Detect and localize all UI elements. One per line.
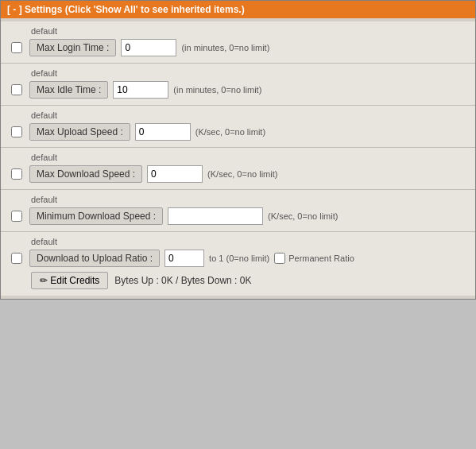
ratio-label: Download to Upload Ratio :	[29, 250, 160, 267]
credits-row: default Download to Upload Ratio : to 1 …	[1, 232, 475, 296]
min-download-speed-note: (K/sec, 0=no limit)	[268, 211, 338, 221]
edit-credits-button[interactable]: ✏ Edit Credits	[31, 272, 108, 289]
max-download-speed-note: (K/sec, 0=no limit)	[207, 169, 277, 179]
max-upload-speed-checkbox[interactable]	[11, 126, 22, 137]
max-idle-time-label: Max Idle Time :	[29, 81, 108, 99]
permanent-ratio-label: Permanent Ratio	[288, 254, 354, 263]
max-upload-speed-note: (K/sec, 0=no limit)	[195, 127, 265, 137]
min-download-speed-input[interactable]	[168, 207, 263, 225]
max-upload-speed-input[interactable]	[135, 123, 191, 141]
settings-container: [ - ] Settings (Click 'Show All' to see …	[0, 0, 476, 300]
max-upload-speed-row: default Max Upload Speed : (K/sec, 0=no …	[1, 106, 475, 148]
default-label-1: default	[31, 26, 467, 36]
max-download-speed-label: Max Download Speed :	[29, 165, 142, 183]
max-download-speed-input[interactable]	[147, 165, 203, 183]
ratio-checkbox[interactable]	[11, 253, 22, 264]
ratio-note: to 1 (0=no limit)	[209, 254, 269, 263]
max-download-speed-row: default Max Download Speed : (K/sec, 0=n…	[1, 148, 475, 190]
max-login-time-checkbox[interactable]	[11, 42, 22, 53]
max-download-speed-checkbox[interactable]	[11, 168, 22, 180]
bytes-info: Bytes Up : 0K / Bytes Down : 0K	[114, 275, 251, 286]
default-label-6: default	[31, 237, 467, 246]
max-upload-speed-label: Max Upload Speed :	[29, 123, 130, 141]
max-idle-time-checkbox[interactable]	[11, 84, 22, 95]
header-label: [ - ] Settings (Click 'Show All' to see …	[7, 4, 245, 15]
edit-credits-label: ✏ Edit Credits	[40, 275, 99, 286]
default-label-2: default	[31, 68, 467, 78]
min-download-speed-checkbox[interactable]	[11, 211, 22, 222]
default-label-5: default	[31, 195, 467, 204]
min-download-speed-label: Minimum Download Speed :	[29, 207, 163, 225]
max-idle-time-note: (in minutes, 0=no limit)	[173, 85, 261, 95]
max-login-time-input[interactable]	[121, 39, 176, 56]
permanent-ratio-checkbox[interactable]	[274, 253, 285, 264]
settings-content: default Max Login Time : (in minutes, 0=…	[1, 18, 475, 299]
max-login-time-row: default Max Login Time : (in minutes, 0=…	[1, 21, 475, 64]
max-login-time-label: Max Login Time :	[29, 39, 116, 56]
default-label-3: default	[31, 110, 467, 120]
max-idle-time-input[interactable]	[113, 81, 168, 99]
max-login-time-note: (in minutes, 0=no limit)	[181, 43, 269, 52]
max-idle-time-row: default Max Idle Time : (in minutes, 0=n…	[1, 64, 475, 106]
min-download-speed-row: default Minimum Download Speed : (K/sec,…	[1, 190, 475, 232]
ratio-input[interactable]	[164, 250, 204, 267]
default-label-4: default	[31, 153, 467, 162]
settings-header: [ - ] Settings (Click 'Show All' to see …	[1, 1, 475, 18]
